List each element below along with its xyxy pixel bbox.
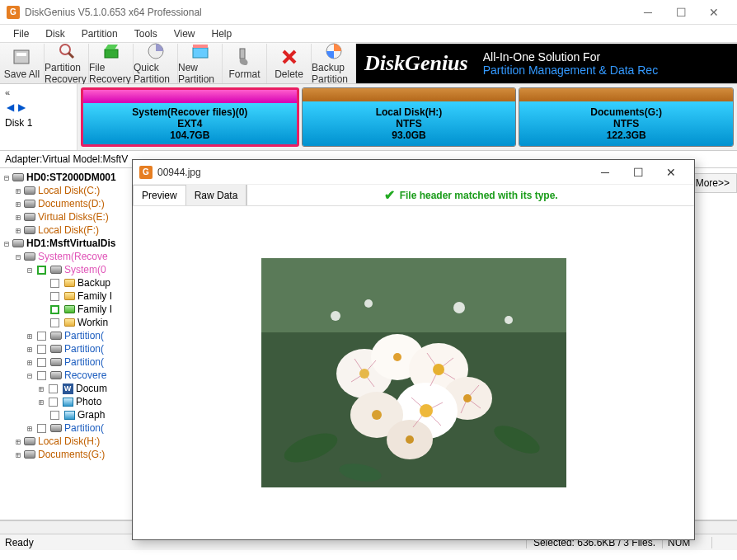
- tool-new-partition[interactable]: New Partition: [178, 44, 223, 83]
- tree-part[interactable]: Partition(: [64, 330, 104, 341]
- tree-hd0[interactable]: HD0:ST2000DM001: [26, 172, 116, 183]
- tree-part[interactable]: Partition(: [64, 356, 104, 368]
- svg-point-28: [433, 364, 444, 375]
- svg-point-30: [420, 404, 433, 417]
- partition-block-system[interactable]: System(Recover files)(0) EXT4 104.7GB: [81, 87, 299, 147]
- disk-area: « ◀ ▶ Disk 1 System(Recover files)(0) EX…: [0, 84, 737, 151]
- tool-label: New Partition: [178, 62, 222, 85]
- preview-maximize-button[interactable]: ☐: [622, 166, 655, 179]
- tree-item[interactable]: Local Disk(C:): [38, 185, 100, 196]
- tree-item[interactable]: Local Disk(F:): [38, 224, 99, 236]
- tab-preview[interactable]: Preview: [133, 185, 186, 205]
- preview-body: [133, 206, 694, 539]
- tree-system-sub[interactable]: System(0: [64, 264, 106, 275]
- svg-point-32: [406, 435, 414, 444]
- partition-block-h[interactable]: Local Disk(H:) NTFS 93.0GB: [302, 87, 517, 147]
- more-button[interactable]: More>>: [688, 173, 737, 193]
- tool-partition-recovery[interactable]: Partition Recovery: [45, 44, 89, 83]
- toolbar: Save All Partition Recovery File Recover…: [0, 43, 737, 84]
- tree-recovered[interactable]: Recovere: [64, 369, 106, 381]
- svg-point-15: [331, 311, 340, 321]
- menu-partition[interactable]: Partition: [73, 26, 126, 41]
- tool-backup-partition[interactable]: Backup Partition: [312, 44, 356, 83]
- partition-fs: NTFS: [396, 118, 421, 129]
- maximize-button[interactable]: ☐: [664, 0, 697, 25]
- tool-file-recovery[interactable]: File Recovery: [89, 44, 134, 83]
- tree-system[interactable]: System(Recove: [38, 251, 108, 262]
- tool-label: File Recovery: [89, 62, 133, 85]
- tool-label: Save All: [4, 68, 40, 80]
- tree-part[interactable]: Partition(: [64, 343, 104, 355]
- tree-doc-type[interactable]: Docum: [76, 383, 107, 394]
- preview-window: G 00944.jpg ─ ☐ ✕ Preview Raw Data ✔ Fil…: [132, 159, 695, 540]
- banner-brand: DiskGenius: [364, 51, 468, 76]
- menu-help[interactable]: Help: [204, 26, 241, 41]
- tree-part[interactable]: Partition(: [64, 422, 104, 434]
- directory-tree[interactable]: ⊟HD0:ST2000DM001 ⊞Local Disk(C:) ⊞Docume…: [0, 168, 135, 520]
- partition-block-g[interactable]: Documents(G:) NTFS 122.3GB: [519, 87, 734, 147]
- close-button[interactable]: ✕: [697, 0, 730, 25]
- prev-disk-icon[interactable]: ◀: [5, 102, 15, 112]
- menu-tools[interactable]: Tools: [126, 26, 166, 41]
- partition-fs: EXT4: [177, 118, 202, 129]
- tree-graph-type[interactable]: Graph: [77, 409, 105, 421]
- next-disk-icon[interactable]: ▶: [16, 102, 26, 112]
- tree-item[interactable]: Documents(D:): [38, 198, 105, 209]
- svg-point-16: [364, 299, 373, 308]
- tool-label: Format: [228, 68, 260, 80]
- tree-item[interactable]: Virtual Disks(E:): [38, 211, 109, 223]
- preview-close-button[interactable]: ✕: [655, 166, 688, 179]
- menu-file[interactable]: File: [5, 26, 37, 41]
- svg-point-27: [393, 353, 401, 361]
- tree-folder[interactable]: Backup: [77, 277, 110, 289]
- menu-disk[interactable]: Disk: [37, 26, 73, 41]
- svg-point-18: [505, 316, 513, 324]
- partition-size: 104.7GB: [170, 129, 209, 141]
- tree-item[interactable]: Documents(G:): [38, 449, 105, 460]
- svg-rect-14: [261, 258, 566, 332]
- svg-marker-5: [105, 45, 118, 49]
- title-bar: G DiskGenius V5.1.0.653 x64 Professional…: [0, 0, 737, 25]
- tree-folder[interactable]: Workin: [77, 317, 108, 328]
- tool-quick-partition[interactable]: Quick Partition: [134, 44, 178, 83]
- disk-nav: « ◀ ▶ Disk 1: [0, 84, 77, 150]
- tool-format[interactable]: Format: [223, 44, 267, 83]
- tree-hd1[interactable]: HD1:MsftVirtualDis: [26, 238, 115, 249]
- partition-name: System(Recover files)(0): [132, 106, 247, 118]
- banner-line2: Partition Management & Data Rec: [483, 64, 737, 77]
- tool-save-all[interactable]: Save All: [0, 44, 45, 83]
- svg-rect-1: [16, 53, 26, 56]
- banner-line1: All-In-One Solution For: [483, 50, 737, 64]
- svg-rect-8: [193, 45, 208, 48]
- tree-folder[interactable]: Family I: [77, 304, 112, 315]
- menu-bar: File Disk Partition Tools View Help: [0, 25, 737, 43]
- svg-rect-0: [14, 50, 29, 64]
- tool-label: Quick Partition: [134, 62, 177, 85]
- svg-rect-4: [105, 49, 118, 58]
- disk-collapse-button[interactable]: «: [5, 87, 72, 97]
- svg-rect-7: [193, 48, 208, 58]
- tool-delete[interactable]: Delete: [267, 44, 312, 83]
- tab-raw-data[interactable]: Raw Data: [186, 185, 247, 205]
- tool-label: Delete: [275, 68, 303, 80]
- preview-logo-icon: G: [139, 166, 153, 179]
- preview-minimize-button[interactable]: ─: [589, 166, 622, 179]
- partition-size: 122.3GB: [607, 129, 646, 141]
- tool-label: Partition Recovery: [45, 62, 88, 85]
- preview-titlebar[interactable]: G 00944.jpg ─ ☐ ✕: [133, 160, 694, 185]
- tree-item[interactable]: Local Disk(H:): [38, 435, 100, 447]
- preview-status-text: File header matched with its type.: [400, 190, 558, 201]
- tree-photo-type[interactable]: Photo: [76, 396, 101, 407]
- app-logo-icon: G: [7, 6, 20, 19]
- minimize-button[interactable]: ─: [631, 0, 664, 25]
- svg-point-31: [372, 410, 382, 420]
- partition-size: 93.0GB: [392, 129, 425, 141]
- svg-point-29: [463, 394, 472, 402]
- tool-label: Backup Partition: [312, 62, 355, 85]
- app-title: DiskGenius V5.1.0.653 x64 Professional: [25, 7, 631, 18]
- preview-title: 00944.jpg: [157, 167, 589, 178]
- status-ready: Ready: [0, 537, 132, 548]
- partition-name: Local Disk(H:): [376, 106, 443, 118]
- menu-view[interactable]: View: [166, 26, 204, 41]
- tree-folder[interactable]: Family I: [77, 290, 112, 302]
